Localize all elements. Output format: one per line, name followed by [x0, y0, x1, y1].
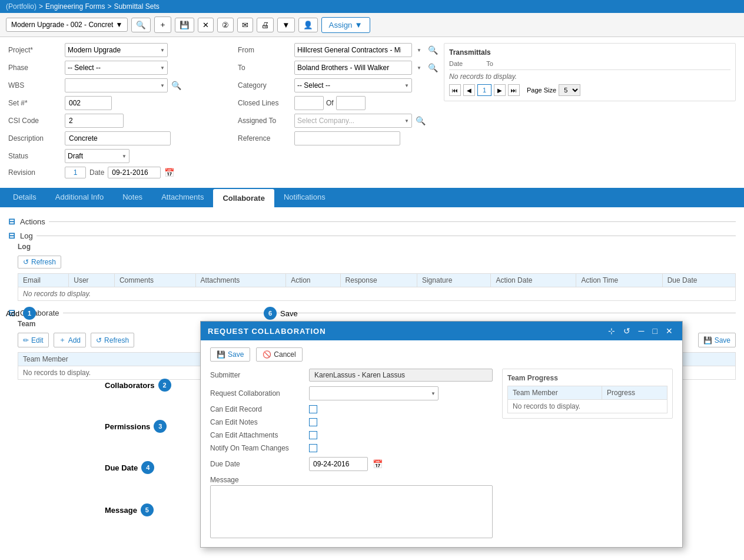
can-edit-notes-checkbox[interactable] [309, 418, 317, 426]
message-textarea[interactable] [210, 485, 493, 538]
tab-attachments[interactable]: Attachments [152, 188, 213, 207]
actions-toggle[interactable]: ⊟ [8, 217, 15, 226]
modal-minimize-button[interactable]: ─ [636, 326, 647, 336]
to-search-button[interactable]: 🔍 [428, 63, 438, 72]
project-select[interactable]: Modern Upgrade [65, 43, 168, 57]
submitter-value: KarenLassus - Karen Lassus [309, 369, 493, 382]
modal-save-button[interactable]: 💾 Save [210, 347, 250, 362]
due-date-input[interactable] [309, 457, 368, 471]
tab-notes[interactable]: Notes [113, 188, 152, 207]
badge-3: 3 [154, 420, 167, 433]
team-save-button[interactable]: 💾 Save [698, 333, 736, 347]
category-select[interactable]: -- Select -- [294, 78, 412, 92]
can-edit-notes-row: Can Edit Notes [210, 418, 493, 426]
from-select[interactable]: Hillcrest General Contractors - Mike Mar… [294, 43, 412, 57]
modal-left-panel: Submitter KarenLassus - Karen Lassus Req… [210, 369, 493, 540]
last-page-button[interactable]: ⏭ [508, 84, 520, 96]
modal-maximize-button[interactable]: □ [650, 326, 660, 336]
page-size-select[interactable]: 5 [559, 84, 580, 96]
set-input[interactable]: 002 [65, 96, 112, 110]
print-dropdown-button[interactable]: ▼ [277, 18, 294, 32]
attachments-col: Attachments [195, 274, 286, 287]
modal-cancel-button[interactable]: 🚫 Cancel [256, 347, 302, 362]
next-page-button[interactable]: ▶ [494, 84, 506, 96]
edit-icon: ✏ [23, 336, 29, 344]
tab-notifications[interactable]: Notifications [274, 188, 335, 207]
search-icon: 🔍 [136, 21, 146, 29]
badge-5: 5 [141, 503, 154, 516]
cancel-button[interactable]: ✕ [198, 18, 214, 32]
assigned-to-select[interactable]: Select Company... [294, 114, 412, 128]
tab-details[interactable]: Details [4, 188, 46, 207]
save-text: Save [280, 309, 298, 318]
status-label: Status [8, 152, 61, 160]
team-progress-title: Team Progress [507, 374, 667, 382]
tab-collaborate[interactable]: Collaborate [213, 189, 274, 207]
modal-pin-button[interactable]: ⊹ [606, 326, 617, 336]
transmittals-title: Transmittals [449, 48, 730, 57]
calendar-icon[interactable]: 📅 [164, 168, 174, 177]
signature-col: Signature [417, 274, 490, 287]
save-toolbar-button[interactable]: 💾 [175, 18, 194, 32]
can-edit-notes-label: Can Edit Notes [210, 418, 304, 426]
log-refresh-button[interactable]: ↺ Refresh [18, 256, 61, 269]
plus-icon: ＋ [59, 335, 66, 345]
tabs-bar: Details Additional Info Notes Attachment… [0, 188, 744, 207]
assign-button[interactable]: Assign ▼ [321, 17, 370, 33]
team-refresh-button[interactable]: ↺ Refresh [91, 333, 134, 347]
email-button[interactable]: ✉ [237, 18, 253, 32]
print-button[interactable]: 🖨 [257, 18, 274, 32]
reference-input[interactable] [294, 131, 400, 145]
status-select[interactable]: Draft [65, 149, 129, 163]
reference-label: Reference [238, 134, 291, 143]
notify-checkbox[interactable] [309, 444, 317, 452]
record-dropdown[interactable]: Modern Upgrade - 002 - Concret ▼ [6, 18, 128, 32]
action-date-col: Action Date [491, 274, 576, 287]
log-no-records: No records to display. [18, 287, 736, 301]
closed-lines-to[interactable] [336, 96, 366, 110]
search-button[interactable]: 🔍 [131, 18, 151, 32]
can-edit-record-checkbox[interactable] [309, 405, 317, 413]
of-text: Of [326, 99, 334, 107]
save-icon: 💾 [180, 21, 190, 29]
collaborators-text: Collaborators [105, 381, 155, 390]
prev-page-button[interactable]: ◀ [463, 84, 475, 96]
modal-controls: ⊹ ↺ ─ □ ✕ [606, 326, 675, 336]
due-date-calendar-icon[interactable]: 📅 [373, 459, 383, 469]
user-button[interactable]: 👤 [298, 18, 318, 32]
assigned-search-button[interactable]: 🔍 [416, 116, 426, 125]
breadcrumb-portfolio[interactable]: (Portfolio) [6, 2, 36, 11]
tab-additional-info[interactable]: Additional Info [46, 188, 113, 207]
form-middle: From Hillcrest General Contractors - Mik… [238, 43, 438, 182]
action-col: Action [286, 274, 340, 287]
chevron-down-icon: ▼ [115, 21, 122, 29]
csi-input[interactable]: 2 [65, 114, 124, 128]
page-size-label: Page Size [527, 87, 556, 94]
from-search-button[interactable]: 🔍 [428, 45, 438, 55]
cancel-icon: 🚫 [263, 350, 271, 359]
modal-right-panel: Team Progress Team Member Progress No [502, 369, 673, 540]
closed-lines-from[interactable] [294, 96, 324, 110]
to-label: To [238, 64, 291, 72]
first-page-button[interactable]: ⏮ [449, 84, 461, 96]
request-collaboration-select[interactable] [309, 386, 439, 400]
wbs-label: WBS [8, 81, 61, 90]
team-member-progress-col: Team Member [508, 386, 602, 400]
can-edit-attachments-checkbox[interactable] [309, 431, 317, 439]
modal-content: Submitter KarenLassus - Karen Lassus Req… [210, 369, 673, 540]
wbs-select[interactable] [65, 78, 168, 92]
phase-select[interactable]: -- Select -- [65, 61, 168, 75]
add-button[interactable]: ＋ [154, 16, 171, 33]
team-add-button[interactable]: ＋ Add [54, 333, 86, 347]
wbs-search-button[interactable]: 🔍 [171, 81, 181, 90]
description-input[interactable]: Concrete [65, 131, 171, 145]
cancel-icon: ✕ [202, 21, 209, 29]
modal-close-button[interactable]: ✕ [663, 326, 675, 336]
log-toggle[interactable]: ⊟ [8, 231, 15, 240]
to-select[interactable]: Boland Brothers - Will Walker [294, 61, 412, 75]
team-edit-button[interactable]: ✏ Edit [18, 333, 49, 347]
modal-refresh-button[interactable]: ↺ [621, 326, 633, 336]
copy-button[interactable]: ② [217, 18, 234, 32]
date-input[interactable] [108, 167, 161, 178]
due-date-col: Due Date [662, 274, 735, 287]
